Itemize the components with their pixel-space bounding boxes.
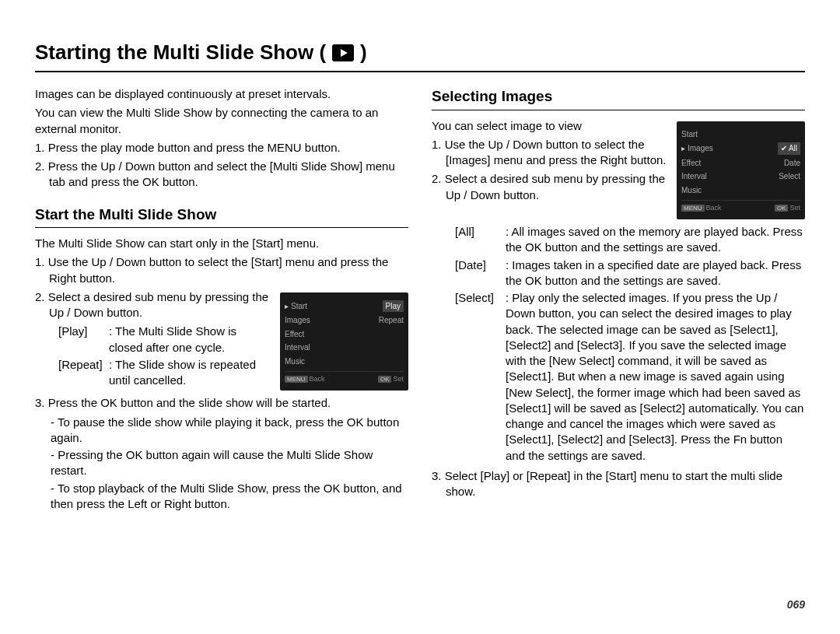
- def-repeat-val: : The Slide show is repeated until cance…: [109, 357, 272, 389]
- lcd-back-label: Back: [310, 375, 325, 383]
- lcd-menu-images: Images: [285, 315, 310, 326]
- def-all-val: : All images saved on the memory are pla…: [506, 224, 805, 256]
- start-steps-3: 3. Press the OK button and the slide sho…: [35, 395, 408, 411]
- lcd2-back-label: Back: [706, 204, 722, 212]
- check-icon: ✔: [781, 144, 787, 152]
- intro-line-1: Images can be displayed continuously at …: [35, 86, 408, 102]
- lcd2-menu-interval: Interval: [681, 171, 707, 182]
- start-steps: 1. Use the Up / Down button to select th…: [35, 254, 408, 286]
- selecting-step-3: 3. Select [Play] or [Repeat] in the [Sta…: [446, 468, 805, 500]
- subheading-start: Start the Multi Slide Show: [35, 205, 408, 229]
- lcd-set-btn: OK: [378, 376, 392, 383]
- lcd2-sub-select: Select: [779, 171, 800, 182]
- def-play-key: [Play]: [58, 324, 109, 356]
- title-text-prefix: Starting the Multi Slide Show (: [35, 39, 326, 66]
- intro-steps: 1. Press the play mode button and press …: [35, 140, 408, 191]
- intro-step-1: 1. Press the play mode button and press …: [49, 140, 408, 156]
- lcd-menu-music: Music: [285, 356, 305, 367]
- def-repeat-key: [Repeat]: [58, 357, 109, 389]
- lcd2-menu-images: Images: [681, 143, 713, 154]
- lcd2-set-btn: OK: [775, 205, 789, 212]
- def-repeat: [Repeat] : The Slide show is repeated un…: [35, 357, 272, 389]
- start-step-3-b3: - To stop playback of the Multi Slide Sh…: [35, 481, 408, 513]
- start-desc: The Multi Slide Show can start only in t…: [35, 236, 408, 251]
- def-date-val: : Images taken in a specified date are p…: [506, 257, 805, 289]
- def-date-key: [Date]: [455, 257, 506, 289]
- intro-step-2: 2. Press the Up / Down button and select…: [49, 159, 408, 191]
- def-date: [Date] : Images taken in a specified dat…: [432, 257, 805, 289]
- page-title: Starting the Multi Slide Show ( ): [35, 39, 805, 72]
- def-select-val: : Play only the selected images. If you …: [506, 290, 805, 464]
- lcd-menu-interval: Interval: [285, 342, 310, 353]
- lcd-menu-start: Start: [285, 301, 307, 312]
- def-play-val: : The Multi Slide Show is closed after o…: [109, 324, 272, 356]
- start-step-3: 3. Press the OK button and the slide sho…: [49, 395, 408, 411]
- intro-line-2: You can view the Multi Slide Show by con…: [35, 105, 408, 137]
- start-step-3-b2: - Pressing the OK button again will caus…: [35, 447, 408, 479]
- def-play: [Play] : The Multi Slide Show is closed …: [35, 324, 272, 356]
- lcd2-back-btn: MENU: [681, 205, 705, 212]
- start-step-1: 1. Use the Up / Down button to select th…: [49, 254, 408, 286]
- lcd2-sub-all: All: [789, 144, 797, 152]
- def-all-key: [All]: [455, 224, 506, 256]
- lcd2-set-label: Set: [789, 204, 800, 212]
- lcd-menu-effect: Effect: [285, 329, 304, 340]
- subheading-selecting: Selecting Images: [432, 86, 805, 110]
- lcd-screenshot-images: Start Images ✔ All Effect Date Interval …: [677, 121, 805, 219]
- lcd-screenshot-start: Start Play Images Repeat Effect Interval…: [280, 292, 408, 391]
- lcd-set-label: Set: [393, 375, 404, 383]
- lcd2-sub-date: Date: [784, 158, 800, 169]
- lcd2-menu-effect: Effect: [681, 158, 701, 169]
- def-select-key: [Select]: [455, 290, 506, 464]
- selecting-steps-3: 3. Select [Play] or [Repeat] in the [Sta…: [432, 468, 805, 500]
- lcd-sub-play: Play: [383, 300, 404, 313]
- right-column: Selecting Images Start Images ✔ All Effe…: [432, 86, 805, 513]
- def-all: [All] : All images saved on the memory a…: [432, 224, 805, 256]
- lcd-sub-repeat: Repeat: [379, 315, 404, 326]
- lcd2-menu-music: Music: [681, 185, 702, 196]
- def-select: [Select] : Play only the selected images…: [432, 290, 805, 464]
- lcd-back-btn: MENU: [285, 376, 308, 383]
- lcd2-menu-start: Start: [681, 129, 698, 140]
- start-step-3-b1: - To pause the slide show while playing …: [35, 415, 408, 447]
- page-number: 069: [787, 597, 805, 612]
- left-column: Images can be displayed continuously at …: [35, 86, 408, 513]
- play-mode-icon: [332, 44, 354, 61]
- content-columns: Images can be displayed continuously at …: [35, 86, 805, 513]
- title-text-suffix: ): [360, 39, 367, 66]
